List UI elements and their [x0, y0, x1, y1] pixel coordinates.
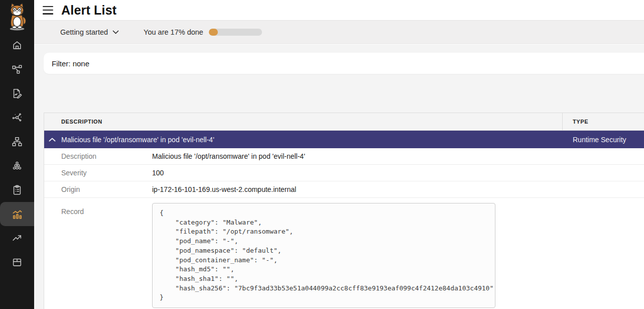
clipboard-icon [12, 184, 23, 195]
sitemap-icon [12, 136, 23, 147]
getting-started-label: Getting started [60, 28, 108, 36]
filter-bar[interactable]: Filter: none [44, 53, 644, 74]
detail-value: { "category": "Malware", "filepath": "/o… [152, 198, 495, 309]
getting-started-dropdown[interactable]: Getting started [60, 28, 119, 36]
page-title: Alert List [61, 3, 116, 18]
top-bar: Alert List [34, 0, 644, 20]
detail-label: Origin [44, 185, 152, 193]
detail-value: 100 [152, 169, 164, 177]
alert-table: DESCRIPTION TYPE Malicious file '/opt/ra… [44, 113, 644, 309]
cat-mascot-logo [6, 2, 29, 31]
column-header-type[interactable]: TYPE [562, 113, 644, 130]
detail-value: ip-172-16-101-169.us-west-2.compute.inte… [152, 185, 296, 193]
sidebar-item-infrastructure[interactable] [0, 130, 34, 154]
topology-icon [12, 64, 23, 75]
document-edit-icon [12, 88, 23, 99]
progress-text: You are 17% done [144, 28, 203, 36]
sidebar-item-connections[interactable] [0, 106, 34, 130]
detail-row-origin: Origin ip-172-16-101-169.us-west-2.compu… [44, 181, 644, 198]
detail-label: Severity [44, 169, 152, 177]
sidebar [0, 0, 34, 309]
bar-chart-icon [12, 209, 23, 220]
sidebar-item-clusters[interactable] [0, 154, 34, 178]
sidebar-item-topology[interactable] [0, 57, 34, 81]
record-json-block: { "category": "Malware", "filepath": "/o… [152, 203, 495, 308]
column-header-description[interactable]: DESCRIPTION [44, 113, 562, 130]
chevron-up-icon[interactable] [49, 138, 56, 142]
detail-row-record: Record { "category": "Malware", "filepat… [44, 198, 644, 309]
filter-label: Filter: none [52, 59, 89, 68]
detail-row-description: Description Malicious file '/opt/ransomw… [44, 148, 644, 165]
detail-label: Record [44, 198, 152, 216]
sidebar-item-compliance[interactable] [0, 178, 34, 202]
alert-description: Malicious file '/opt/ransomware' in pod … [61, 136, 214, 144]
sidebar-item-alerts[interactable] [0, 202, 34, 226]
sidebar-item-reports[interactable] [0, 81, 34, 106]
home-icon [12, 40, 23, 51]
menu-toggle-button[interactable] [43, 6, 53, 15]
detail-label: Description [44, 152, 152, 160]
progress-fill [209, 29, 218, 36]
progress-bar [209, 29, 262, 36]
package-box-icon [12, 257, 23, 268]
table-header-row: DESCRIPTION TYPE [44, 113, 644, 131]
network-graph-icon [12, 112, 23, 123]
alert-details-panel: Description Malicious file '/opt/ransomw… [44, 148, 644, 309]
cluster-nodes-icon [12, 160, 23, 171]
alert-row-expanded[interactable]: Malicious file '/opt/ransomware' in pod … [44, 131, 644, 148]
trend-up-icon [12, 233, 23, 244]
content-area: Filter: none DESCRIPTION TYPE Malicious … [34, 45, 644, 309]
detail-value: Malicious file '/opt/ransomware' in pod … [152, 152, 305, 160]
alert-description-cell: Malicious file '/opt/ransomware' in pod … [44, 136, 562, 144]
sidebar-nav [0, 33, 34, 274]
sidebar-item-inventory[interactable] [0, 250, 34, 274]
chevron-down-icon [112, 30, 119, 34]
app-logo[interactable] [0, 0, 34, 33]
main-area: Alert List Getting started You are 17% d… [34, 0, 644, 309]
alert-type: Runtime Security [562, 136, 644, 144]
sidebar-item-home[interactable] [0, 33, 34, 57]
detail-row-severity: Severity 100 [44, 165, 644, 181]
sidebar-item-trends[interactable] [0, 226, 34, 250]
getting-started-bar: Getting started You are 17% done [34, 20, 644, 44]
